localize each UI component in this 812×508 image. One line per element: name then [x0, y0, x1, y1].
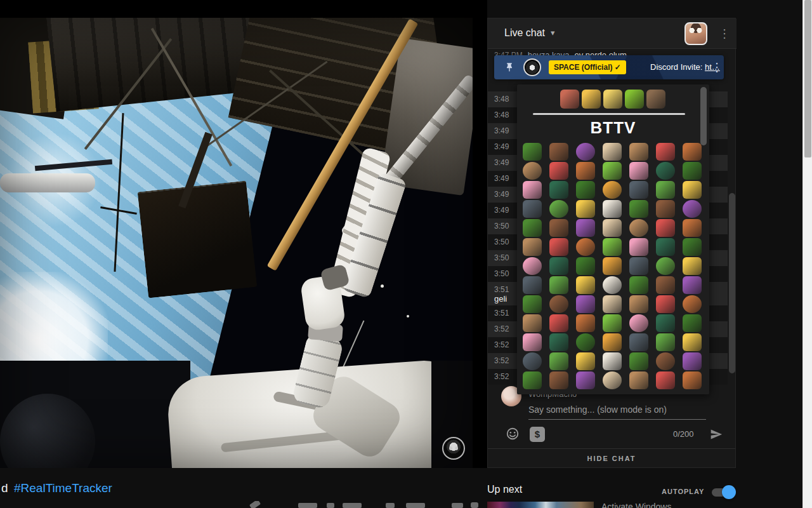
emote[interactable] — [549, 181, 568, 199]
emote[interactable] — [582, 90, 601, 109]
emote[interactable] — [683, 276, 702, 294]
channel-watermark-logo[interactable] — [442, 437, 465, 460]
emote[interactable] — [603, 352, 622, 370]
emote[interactable] — [576, 238, 595, 256]
emote[interactable] — [683, 295, 702, 313]
emote[interactable] — [523, 162, 542, 180]
emote[interactable] — [576, 162, 595, 180]
emote[interactable] — [656, 352, 675, 370]
pinned-message-banner[interactable]: SPACE (Official) ✓ Discord Invite: ht… ⋮ — [494, 55, 724, 79]
emote[interactable] — [576, 200, 595, 218]
emote[interactable] — [646, 90, 665, 109]
emote[interactable] — [523, 219, 542, 237]
emote[interactable] — [683, 371, 702, 389]
emote[interactable] — [549, 143, 568, 161]
emote[interactable] — [603, 295, 622, 313]
emote[interactable] — [683, 333, 702, 351]
emote[interactable] — [523, 257, 542, 275]
emote[interactable] — [576, 371, 595, 389]
emote[interactable] — [576, 143, 595, 161]
emote[interactable] — [549, 200, 568, 218]
browser-scrollbar[interactable] — [802, 0, 812, 508]
kebab-menu-icon[interactable]: ⋮ — [719, 28, 730, 39]
emote[interactable] — [523, 352, 542, 370]
emote[interactable] — [656, 314, 675, 332]
emote[interactable] — [629, 314, 648, 332]
emoji-icon[interactable] — [506, 427, 520, 441]
emote[interactable] — [603, 200, 622, 218]
emote[interactable] — [549, 162, 568, 180]
emote[interactable] — [629, 371, 648, 389]
emote[interactable] — [603, 238, 622, 256]
emote[interactable] — [629, 352, 648, 370]
emote[interactable] — [629, 200, 648, 218]
emote[interactable] — [523, 238, 542, 256]
browser-scrollbar-thumb[interactable] — [804, 0, 811, 157]
emote[interactable] — [603, 181, 622, 199]
emote[interactable] — [656, 257, 675, 275]
emote[interactable] — [656, 200, 675, 218]
emote[interactable] — [603, 371, 622, 389]
emote[interactable] — [549, 333, 568, 351]
emote[interactable] — [603, 219, 622, 237]
emote[interactable] — [656, 162, 675, 180]
emote[interactable] — [576, 276, 595, 294]
emote[interactable] — [683, 219, 702, 237]
emote[interactable] — [629, 257, 648, 275]
emote[interactable] — [523, 333, 542, 351]
emote[interactable] — [683, 352, 702, 370]
emote[interactable] — [629, 143, 648, 161]
emote[interactable] — [629, 333, 648, 351]
chat-input[interactable]: Say something... (slow mode is on) — [528, 404, 667, 415]
emote[interactable] — [523, 371, 542, 389]
emote[interactable] — [576, 333, 595, 351]
emote[interactable] — [656, 219, 675, 237]
emote[interactable] — [656, 276, 675, 294]
emote[interactable] — [523, 200, 542, 218]
emote[interactable] — [576, 181, 595, 199]
emote[interactable] — [523, 181, 542, 199]
emote[interactable] — [683, 181, 702, 199]
hashtag-link[interactable]: #RealTimeTracker — [14, 481, 112, 495]
emote[interactable] — [576, 257, 595, 275]
chat-scrollbar-thumb[interactable] — [729, 193, 735, 373]
picker-scrollbar-thumb[interactable] — [700, 87, 707, 145]
emote[interactable] — [603, 143, 622, 161]
emote[interactable] — [683, 314, 702, 332]
chevron-down-icon[interactable]: ▾ — [551, 28, 555, 37]
emote[interactable] — [549, 371, 568, 389]
emote[interactable] — [523, 143, 542, 161]
emote[interactable] — [576, 314, 595, 332]
emote[interactable] — [549, 314, 568, 332]
emote[interactable] — [549, 295, 568, 313]
emote[interactable] — [683, 238, 702, 256]
autoplay-toggle[interactable] — [712, 485, 736, 499]
emote[interactable] — [549, 352, 568, 370]
hide-chat-button[interactable]: HIDE CHAT — [488, 455, 735, 462]
emote[interactable] — [603, 90, 622, 109]
emote[interactable] — [576, 219, 595, 237]
emote[interactable] — [523, 314, 542, 332]
emote[interactable] — [603, 257, 622, 275]
emote[interactable] — [656, 238, 675, 256]
emote[interactable] — [603, 162, 622, 180]
emote[interactable] — [523, 276, 542, 294]
emote[interactable] — [549, 276, 568, 294]
emote[interactable] — [560, 90, 579, 109]
emote[interactable] — [629, 162, 648, 180]
emote[interactable] — [683, 257, 702, 275]
emote[interactable] — [603, 314, 622, 332]
send-icon[interactable] — [709, 428, 724, 441]
emote[interactable] — [656, 333, 675, 351]
emote[interactable] — [656, 371, 675, 389]
emote[interactable] — [549, 238, 568, 256]
superchat-dollar-icon[interactable]: $ — [530, 427, 545, 442]
video-frame[interactable] — [0, 18, 473, 468]
emote[interactable] — [576, 352, 595, 370]
emote[interactable] — [683, 200, 702, 218]
emote[interactable] — [656, 143, 675, 161]
emote[interactable] — [629, 219, 648, 237]
emote[interactable] — [603, 333, 622, 351]
up-next-thumbnail[interactable] — [487, 502, 594, 508]
emote[interactable] — [603, 276, 622, 294]
